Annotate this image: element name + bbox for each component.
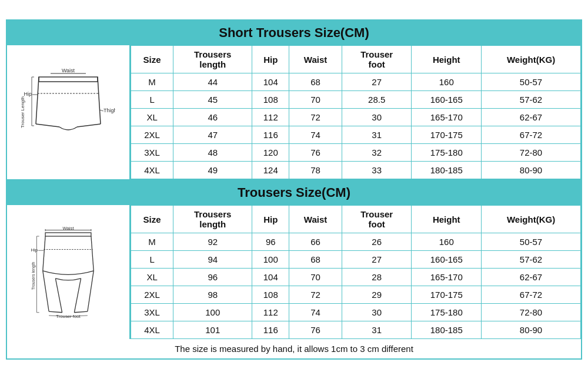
- short-col-trouser-foot: Trouserfoot: [342, 46, 412, 73]
- table-row: 4XL491247833180-18580-90: [131, 162, 581, 179]
- table-row: XL461127230165-17062-67: [131, 109, 581, 126]
- svg-text:Trouser Length: Trouser Length: [21, 96, 25, 128]
- table-cell: 74: [289, 126, 342, 144]
- table-cell: 50-57: [482, 233, 581, 251]
- table-cell: L: [131, 251, 173, 269]
- table-row: 3XL1001127430175-18072-80: [131, 304, 581, 321]
- table-cell: 76: [289, 321, 342, 339]
- table-cell: 47: [173, 126, 252, 144]
- table-cell: 175-180: [412, 304, 482, 321]
- long-col-waist: Waist: [289, 206, 342, 233]
- short-col-waist: Waist: [289, 46, 342, 73]
- table-cell: 72-80: [482, 144, 581, 162]
- svg-text:Waist: Waist: [62, 68, 75, 73]
- table-cell: 112: [252, 304, 289, 321]
- table-cell: 72: [289, 109, 342, 126]
- table-cell: M: [131, 233, 173, 251]
- table-cell: 4XL: [131, 321, 173, 339]
- svg-line-31: [74, 311, 87, 313]
- table-cell: 112: [252, 109, 289, 126]
- table-cell: 26: [342, 233, 412, 251]
- table-cell: 62-67: [482, 109, 581, 126]
- svg-line-30: [49, 311, 62, 313]
- table-cell: 3XL: [131, 304, 173, 321]
- short-col-weight: Weight(KG): [482, 46, 581, 73]
- table-cell: 180-185: [412, 321, 482, 339]
- long-col-weight: Weight(KG): [482, 206, 581, 233]
- short-diagram-cell: Waist Hip Trouser Length Thigh: [7, 45, 131, 179]
- table-cell: 96: [173, 269, 252, 286]
- table-cell: 70: [289, 269, 342, 286]
- svg-line-3: [36, 124, 59, 127]
- table-row: M44104682716050-57: [131, 73, 581, 91]
- table-cell: 180-185: [412, 162, 482, 179]
- table-cell: 120: [252, 144, 289, 162]
- table-cell: 116: [252, 126, 289, 144]
- table-cell: 74: [289, 304, 342, 321]
- long-col-trouser-foot: Trouserfoot: [342, 206, 412, 233]
- table-cell: 160-165: [412, 251, 482, 269]
- table-row: 4XL1011167631180-18580-90: [131, 321, 581, 339]
- table-cell: 30: [342, 109, 412, 126]
- table-cell: XL: [131, 269, 173, 286]
- table-cell: 27: [342, 251, 412, 269]
- table-cell: 165-170: [412, 269, 482, 286]
- table-cell: 31: [342, 126, 412, 144]
- svg-rect-0: [39, 77, 98, 82]
- svg-line-28: [43, 271, 49, 311]
- long-col-height: Height: [412, 206, 482, 233]
- table-cell: XL: [131, 109, 173, 126]
- table-cell: 101: [173, 321, 252, 339]
- table-cell: 94: [173, 251, 252, 269]
- table-cell: 116: [252, 321, 289, 339]
- table-cell: 57-62: [482, 91, 581, 109]
- table-cell: 170-175: [412, 126, 482, 144]
- svg-line-29: [88, 271, 93, 311]
- table-cell: 108: [252, 91, 289, 109]
- table-cell: 50-57: [482, 73, 581, 91]
- table-cell: 92: [173, 233, 252, 251]
- table-cell: 160-165: [412, 91, 482, 109]
- short-col-trousers-length: Trouserslength: [173, 46, 252, 73]
- table-cell: 62-67: [482, 269, 581, 286]
- table-cell: 72: [289, 286, 342, 304]
- long-section-title: Trousers Size(CM): [7, 180, 581, 205]
- short-col-hip: Hip: [252, 46, 289, 73]
- table-cell: 29: [342, 286, 412, 304]
- table-cell: 98: [173, 286, 252, 304]
- table-cell: L: [131, 91, 173, 109]
- svg-text:Trousers length: Trousers length: [31, 261, 36, 290]
- table-cell: 57-62: [482, 251, 581, 269]
- table-cell: 100: [173, 304, 252, 321]
- main-container: Short Trousers Size(CM): [6, 19, 582, 360]
- table-cell: 2XL: [131, 126, 173, 144]
- short-section-body: Waist Hip Trouser Length Thigh Size: [7, 45, 581, 180]
- table-cell: 49: [173, 162, 252, 179]
- short-col-height: Height: [412, 46, 482, 73]
- table-cell: 48: [173, 144, 252, 162]
- table-cell: 108: [252, 286, 289, 304]
- svg-line-24: [91, 236, 93, 271]
- table-cell: 66: [289, 233, 342, 251]
- short-table-wrap: Size Trouserslength Hip Waist Trouserfoo…: [131, 45, 581, 179]
- short-section-title: Short Trousers Size(CM): [7, 21, 581, 45]
- table-cell: 46: [173, 109, 252, 126]
- long-size-table: Size Trouserslength Hip Waist Trouserfoo…: [131, 205, 581, 339]
- table-row: M9296662616050-57: [131, 233, 581, 251]
- table-cell: 100: [252, 251, 289, 269]
- table-cell: 70: [289, 91, 342, 109]
- svg-line-33: [74, 279, 81, 313]
- long-diagram-cell: Waist Hip: [7, 205, 131, 339]
- svg-rect-17: [45, 233, 91, 236]
- footer-note: The size is measured by hand, it allows …: [7, 339, 581, 358]
- svg-line-1: [36, 77, 39, 124]
- table-cell: 160: [412, 73, 482, 91]
- table-cell: 3XL: [131, 144, 173, 162]
- table-row: 3XL481207632175-18072-80: [131, 144, 581, 162]
- short-size-table: Size Trouserslength Hip Waist Trouserfoo…: [131, 45, 581, 179]
- table-cell: M: [131, 73, 173, 91]
- table-cell: 68: [289, 73, 342, 91]
- table-cell: 31: [342, 321, 412, 339]
- table-cell: 96: [252, 233, 289, 251]
- table-row: L941006827160-16557-62: [131, 251, 581, 269]
